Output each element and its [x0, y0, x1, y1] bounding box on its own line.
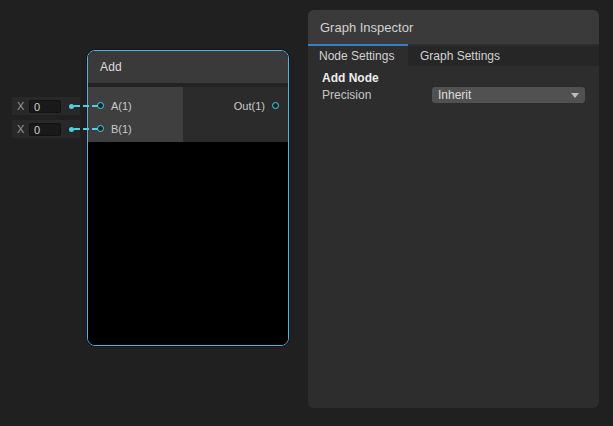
graph-inspector-panel: Graph Inspector Node Settings Graph Sett… [308, 10, 599, 408]
edge-x-to-port-b[interactable] [74, 128, 98, 130]
panel-title[interactable]: Graph Inspector [308, 10, 599, 44]
port-a-icon[interactable] [97, 102, 104, 109]
output-ports-column: Out(1) [183, 87, 288, 142]
port-out-icon[interactable] [272, 102, 279, 109]
precision-field-row: Precision Inherit [314, 87, 585, 103]
precision-dropdown[interactable]: Inherit [432, 87, 585, 103]
port-a-label: A(1) [111, 100, 132, 112]
section-title: Add Node [314, 69, 585, 87]
add-node[interactable]: Add A(1) B(1) Out(1) [87, 50, 289, 346]
precision-label: Precision [314, 88, 432, 102]
inspector-content: Add Node Precision Inherit [308, 66, 599, 103]
output-port-row: Out(1) [183, 94, 288, 117]
port-b-icon[interactable] [97, 125, 104, 132]
precision-dropdown-value: Inherit [438, 88, 471, 102]
input-port-row-a: A(1) [88, 94, 183, 117]
inspector-tabbar: Node Settings Graph Settings [308, 46, 599, 66]
node-ports-area: A(1) B(1) Out(1) [88, 87, 288, 142]
axis-label: X [17, 123, 25, 135]
tab-graph-settings[interactable]: Graph Settings [408, 46, 512, 66]
shader-graph-canvas[interactable]: X 0 X 0 Add A(1) B(1) Out(1) [0, 0, 613, 426]
tab-node-settings[interactable]: Node Settings [308, 46, 408, 66]
node-preview [88, 142, 288, 345]
port-out-label: Out(1) [234, 100, 265, 112]
inline-float-widget-b: X 0 [12, 120, 80, 138]
input-port-row-b: B(1) [88, 117, 183, 140]
axis-label: X [17, 100, 25, 112]
edge-x-to-port-a[interactable] [74, 105, 98, 107]
input-ports-column: A(1) B(1) [88, 87, 183, 142]
chevron-down-icon [571, 93, 579, 98]
inline-float-widget-a: X 0 [12, 97, 80, 115]
node-title[interactable]: Add [88, 51, 288, 83]
float-input-a[interactable]: 0 [29, 100, 61, 113]
port-b-label: B(1) [111, 123, 132, 135]
float-input-b[interactable]: 0 [29, 123, 61, 136]
